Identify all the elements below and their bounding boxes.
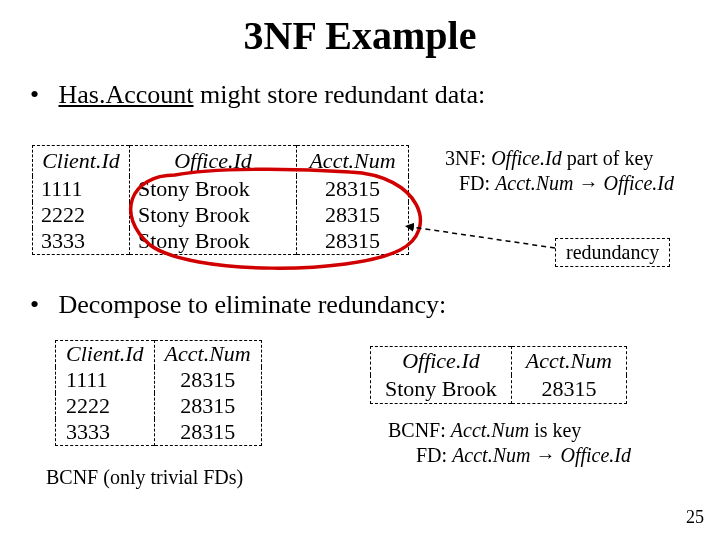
table-header-row: Client.Id Acct.Num [56, 341, 262, 368]
schema-name: Has.Account [59, 80, 194, 109]
bullet-1: • Has.Account might store redundant data… [30, 80, 485, 110]
note-3nf-line2: FD: Acct.Num → Office.Id [445, 171, 674, 196]
bcnf-note-right: BCNF: Acct.Num is key FD: Acct.Num → Off… [388, 418, 631, 468]
col-officeid: Office.Id [130, 146, 297, 177]
note-3nf-line1: 3NF: Office.Id part of key [445, 146, 674, 171]
bullet-1-text: might store redundant data: [194, 80, 486, 109]
bullet-dot-icon: • [30, 290, 52, 320]
redundancy-arrow-icon [400, 218, 560, 258]
table-header-row: Office.Id Acct.Num [371, 347, 627, 376]
page-number: 25 [686, 507, 704, 528]
top-table: Client.Id Office.Id Acct.Num 1111 Stony … [32, 145, 409, 255]
table-row: 3333 28315 [56, 419, 262, 446]
slide: 3NF Example • Has.Account might store re… [0, 0, 720, 540]
bcnf-note-line2: FD: Acct.Num → Office.Id [388, 443, 631, 468]
col-officeid: Office.Id [371, 347, 512, 376]
table-row: 1111 28315 [56, 367, 262, 393]
col-acctnum: Acct.Num [297, 146, 409, 177]
svg-line-0 [405, 226, 555, 248]
table-row: 2222 Stony Brook 28315 [33, 202, 409, 228]
bcnf-note-line1: BCNF: Acct.Num is key [388, 418, 631, 443]
table-row: Stony Brook 28315 [371, 375, 627, 404]
col-clientid: Client.Id [33, 146, 130, 177]
table-row: 2222 28315 [56, 393, 262, 419]
redundancy-label: redundancy [555, 238, 670, 267]
col-acctnum: Acct.Num [511, 347, 626, 376]
col-acctnum: Acct.Num [154, 341, 261, 368]
arrow-icon: → [578, 172, 598, 194]
table-header-row: Client.Id Office.Id Acct.Num [33, 146, 409, 177]
table-row: 3333 Stony Brook 28315 [33, 228, 409, 255]
bullet-2-text: Decompose to eliminate redundancy: [59, 290, 447, 319]
col-clientid: Client.Id [56, 341, 155, 368]
slide-title: 3NF Example [0, 12, 720, 59]
bottom-left-table: Client.Id Acct.Num 1111 28315 2222 28315… [55, 340, 262, 446]
bullet-dot-icon: • [30, 80, 52, 110]
table-row: 1111 Stony Brook 28315 [33, 176, 409, 202]
bcnf-caption-left: BCNF (only trivial FDs) [46, 466, 243, 489]
bottom-right-table: Office.Id Acct.Num Stony Brook 28315 [370, 346, 627, 404]
arrow-icon: → [535, 444, 555, 466]
note-3nf: 3NF: Office.Id part of key FD: Acct.Num … [445, 146, 674, 196]
bullet-2: • Decompose to eliminate redundancy: [30, 290, 446, 320]
